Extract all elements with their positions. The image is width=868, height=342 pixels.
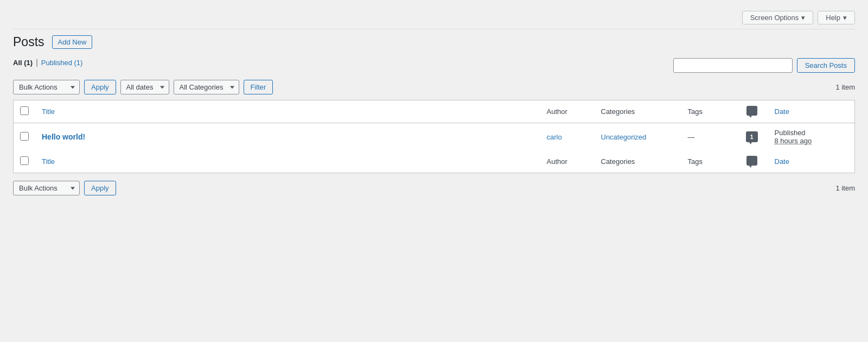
tags-column-header: Tags [681,100,736,123]
footer-comments-header [736,150,768,173]
footer-date-header[interactable]: Date [768,150,855,173]
top-item-count: 1 item [836,83,855,91]
filter-links-area: All (1) | Published (1) [13,58,673,73]
table-row: Hello world! carlo Uncategorized — 1 Pub… [14,123,855,151]
row-comments-cell: 1 [736,123,768,151]
footer-select-all-header [14,150,36,173]
row-checkbox[interactable] [20,132,29,141]
search-posts-button[interactable]: Search Posts [797,58,855,73]
footer-author-header: Author [540,150,595,173]
help-label: Help [826,14,840,22]
row-categories-cell: Uncategorized [595,123,681,151]
comments-header-icon [746,106,757,116]
date-sort-link[interactable]: Date [775,107,789,116]
help-chevron-icon: ▾ [843,14,847,22]
post-title-link[interactable]: Hello world! [42,132,85,141]
table-header-row: Title Author Categories Tags Date [14,100,855,123]
bottom-actions-bar: Bulk Actions Edit Move to Trash Apply 1 … [13,181,855,195]
row-title-cell: Hello world! [35,123,540,151]
top-apply-button[interactable]: Apply [84,80,116,94]
table-footer-row: Title Author Categories Tags Date [14,150,855,173]
top-actions-bar: Bulk Actions Edit Move to Trash Apply Al… [13,80,855,94]
bottom-apply-button[interactable]: Apply [84,181,116,195]
filter-link-published[interactable]: Published (1) [41,59,83,67]
filter-search-row: All (1) | Published (1) Search Posts [13,58,855,73]
all-categories-wrapper: All Categories [174,80,239,94]
tags-value: — [688,133,695,141]
comment-bubble[interactable]: 1 [746,131,758,142]
select-all-header [14,100,36,123]
footer-tags-header: Tags [681,150,736,173]
row-author-cell: carlo [540,123,595,151]
categories-column-header: Categories [595,100,681,123]
published-count: (1) [74,59,83,67]
footer-categories-header: Categories [595,150,681,173]
search-input[interactable] [673,58,793,73]
published-label: Published [41,59,72,67]
screen-options-button[interactable]: Screen Options ▾ [742,11,814,24]
bottom-item-count: 1 item [836,184,855,192]
all-categories-select[interactable]: All Categories [174,80,239,94]
page-title: Posts [13,35,44,49]
row-date-cell: Published 8 hours ago [768,123,855,151]
filter-link-all[interactable]: All (1) [13,59,33,67]
footer-title-sort-link[interactable]: Title [42,157,55,166]
bulk-actions-wrapper: Bulk Actions Edit Move to Trash [13,80,80,94]
author-link[interactable]: carlo [547,133,562,141]
add-new-button[interactable]: Add New [52,35,93,49]
bottom-bulk-actions-select[interactable]: Bulk Actions Edit Move to Trash [13,181,80,195]
all-dates-select[interactable]: All dates [120,80,169,94]
title-column-header[interactable]: Title [35,100,540,123]
footer-select-all-checkbox[interactable] [20,156,29,165]
screen-options-chevron-icon: ▾ [801,14,805,22]
footer-comments-icon [746,156,757,166]
screen-options-label: Screen Options [750,14,799,22]
all-dates-wrapper: All dates [120,80,169,94]
top-bar: Screen Options ▾ Help ▾ [13,11,855,29]
category-link[interactable]: Uncategorized [601,133,647,141]
footer-date-sort-link[interactable]: Date [775,157,789,166]
filter-button[interactable]: Filter [244,80,273,94]
page-header: Posts Add New [13,35,855,49]
select-all-checkbox[interactable] [20,106,29,115]
bulk-actions-select[interactable]: Bulk Actions Edit Move to Trash [13,80,80,94]
comments-column-header [736,100,768,123]
all-label: All [13,59,22,67]
date-ago: 8 hours ago [775,137,812,145]
all-count: (1) [24,59,33,67]
date-status: Published [775,129,806,137]
posts-table: Title Author Categories Tags Date Hello … [13,100,855,173]
filter-links: All (1) | Published (1) [13,58,673,67]
footer-title-header[interactable]: Title [35,150,540,173]
row-tags-cell: — [681,123,736,151]
author-column-header: Author [540,100,595,123]
title-sort-link[interactable]: Title [42,107,55,116]
bottom-bulk-actions-wrapper: Bulk Actions Edit Move to Trash [13,181,80,195]
filter-separator: | [36,58,38,67]
row-checkbox-cell [14,123,36,151]
date-column-header[interactable]: Date [768,100,855,123]
help-button[interactable]: Help ▾ [818,11,855,24]
search-area: Search Posts [673,58,855,73]
